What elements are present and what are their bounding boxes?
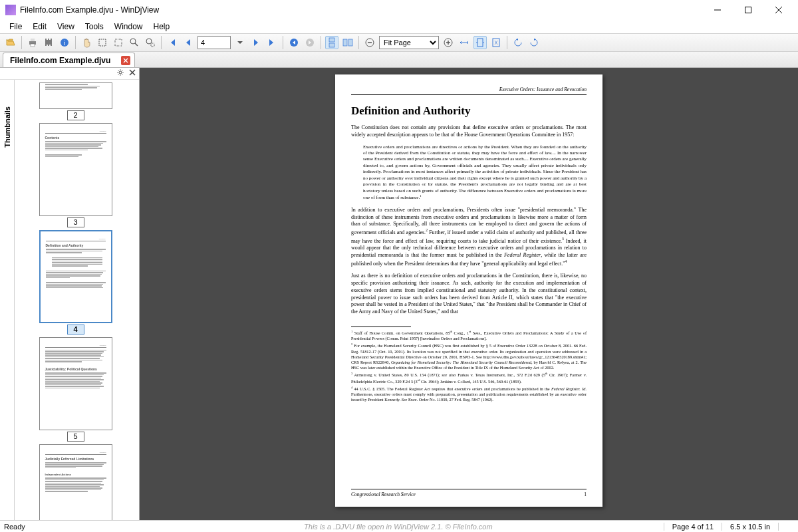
svg-point-21 bbox=[119, 71, 122, 74]
menu-tools[interactable]: Tools bbox=[80, 21, 109, 33]
fit-page-icon[interactable] bbox=[473, 36, 487, 49]
page-blockquote: Executive orders and proclamations are d… bbox=[363, 144, 587, 201]
status-caption: This is a .DJVU file open in WinDjView 2… bbox=[133, 523, 664, 531]
svg-rect-19 bbox=[477, 39, 483, 47]
thumbnail-item[interactable]: 2 bbox=[39, 82, 112, 120]
select-tool-icon[interactable] bbox=[96, 36, 109, 49]
zoom-in-icon[interactable] bbox=[442, 36, 455, 49]
thumbnail-label: 2 bbox=[67, 110, 84, 120]
svg-text:i: i bbox=[64, 39, 66, 47]
magnify-tool-icon[interactable] bbox=[128, 36, 141, 49]
maximize-button[interactable] bbox=[733, 0, 763, 20]
continuous-layout-icon[interactable] bbox=[325, 36, 338, 49]
nav-forward-icon[interactable] bbox=[303, 36, 317, 49]
svg-rect-0 bbox=[745, 7, 751, 13]
footnote: 1 Staff of House Comm. on Government Ope… bbox=[351, 330, 587, 341]
svg-rect-7 bbox=[115, 39, 122, 46]
open-icon[interactable] bbox=[4, 36, 17, 49]
nav-back-icon[interactable] bbox=[287, 36, 301, 49]
svg-rect-15 bbox=[343, 39, 347, 46]
print-icon[interactable] bbox=[26, 36, 39, 49]
find-icon[interactable] bbox=[42, 36, 55, 49]
thumbnail-item[interactable]: _____Justiciability: Political Questions… bbox=[39, 337, 112, 442]
menu-file[interactable]: File bbox=[4, 21, 27, 33]
sidebar-tab-thumbnails[interactable]: Thumbnails bbox=[0, 80, 15, 520]
status-ready: Ready bbox=[0, 523, 133, 531]
svg-rect-10 bbox=[151, 43, 154, 47]
rotate-right-icon[interactable] bbox=[527, 36, 541, 49]
svg-rect-13 bbox=[329, 38, 334, 42]
rect-select-icon[interactable] bbox=[112, 36, 125, 49]
actual-size-icon[interactable] bbox=[489, 36, 503, 49]
title-bar: FileInfo.com Example.djvu - WinDjView bbox=[0, 0, 798, 20]
svg-point-9 bbox=[146, 39, 152, 44]
minimize-button[interactable] bbox=[702, 0, 733, 20]
tab-strip: FileInfo.com Example.djvu bbox=[0, 52, 798, 68]
rotate-left-icon[interactable] bbox=[511, 36, 525, 49]
thumbnail-item[interactable]: _____Contents 3 bbox=[39, 123, 112, 227]
facing-layout-icon[interactable] bbox=[341, 36, 354, 49]
footnote: 4 44 U.S.C. § 1505. The Federal Register… bbox=[351, 386, 587, 403]
thumbnail-item[interactable]: _____Judicially Enforced LimitationsInde… bbox=[39, 444, 112, 520]
sidebar-settings-icon[interactable] bbox=[116, 68, 124, 78]
toolbar: i Fit Page bbox=[0, 33, 798, 52]
footnote: 2 For example, the Homeland Security Cou… bbox=[351, 342, 587, 370]
app-icon bbox=[5, 5, 16, 15]
menu-help[interactable]: Help bbox=[148, 21, 176, 33]
thumbnail-label: 5 bbox=[67, 432, 84, 442]
menu-view[interactable]: View bbox=[52, 21, 80, 33]
status-bar: Ready This is a .DJVU file open in WinDj… bbox=[0, 520, 798, 532]
page-footer: Congressional Research Service1 bbox=[351, 489, 587, 497]
svg-rect-2 bbox=[31, 39, 35, 41]
svg-rect-3 bbox=[31, 44, 35, 47]
next-page-icon[interactable] bbox=[249, 36, 263, 49]
prev-page-icon[interactable] bbox=[182, 36, 195, 49]
page-number-input[interactable] bbox=[198, 36, 231, 49]
thumbnail-list[interactable]: 2 _____Contents 3 _____Definition and Au… bbox=[15, 80, 139, 520]
sidebar-close-icon[interactable] bbox=[128, 68, 136, 78]
page-viewer[interactable]: Executive Orders: Issuance and Revocatio… bbox=[140, 68, 798, 520]
footnote: 3 Armstrong v. United States, 80 U.S. 15… bbox=[351, 372, 587, 384]
tab-close-icon[interactable] bbox=[121, 56, 130, 65]
info-icon[interactable]: i bbox=[58, 36, 71, 49]
zoom-select[interactable]: Fit Page bbox=[379, 36, 439, 49]
footnote-rule bbox=[351, 327, 411, 327]
svg-rect-14 bbox=[329, 43, 334, 47]
thumbnail-item[interactable]: _____Definition and Authority 4 bbox=[39, 230, 112, 334]
thumbnail-label: 3 bbox=[67, 217, 84, 227]
svg-rect-6 bbox=[99, 39, 106, 46]
page-dropdown-icon[interactable] bbox=[233, 36, 247, 49]
document-tab[interactable]: FileInfo.com Example.djvu bbox=[3, 53, 135, 67]
running-head: Executive Orders: Issuance and Revocatio… bbox=[351, 86, 587, 95]
first-page-icon[interactable] bbox=[166, 36, 179, 49]
thumbnail-sidebar: Thumbnails 2 _____Contents 3 _____Defini… bbox=[0, 68, 140, 520]
page-heading: Definition and Authority bbox=[351, 104, 587, 118]
zoom-out-icon[interactable] bbox=[363, 36, 376, 49]
hand-tool-icon[interactable] bbox=[80, 36, 93, 49]
page-paragraph: In addition to executive orders and proc… bbox=[351, 207, 587, 267]
last-page-icon[interactable] bbox=[265, 36, 279, 49]
svg-rect-16 bbox=[348, 39, 352, 46]
main-area: Thumbnails 2 _____Contents 3 _____Defini… bbox=[0, 68, 798, 520]
status-page: Page 4 of 11 bbox=[664, 523, 722, 531]
svg-point-8 bbox=[130, 39, 136, 44]
document-page: Executive Orders: Issuance and Revocatio… bbox=[335, 74, 602, 507]
thumbnail-label: 4 bbox=[67, 325, 84, 334]
menu-window[interactable]: Window bbox=[109, 21, 148, 33]
status-dimensions: 6.5 x 10.5 in bbox=[722, 523, 778, 531]
marquee-zoom-icon[interactable] bbox=[144, 36, 157, 49]
window-title: FileInfo.com Example.djvu - WinDjView bbox=[20, 5, 702, 15]
page-paragraph: The Constitution does not contain any pr… bbox=[351, 124, 587, 139]
menu-bar: File Edit View Tools Window Help bbox=[0, 20, 798, 33]
fit-width-icon[interactable] bbox=[458, 36, 471, 49]
page-paragraph: Just as there is no definition of execut… bbox=[351, 273, 587, 316]
menu-edit[interactable]: Edit bbox=[27, 21, 52, 33]
document-tab-label: FileInfo.com Example.djvu bbox=[10, 56, 110, 65]
close-button[interactable] bbox=[763, 0, 794, 20]
